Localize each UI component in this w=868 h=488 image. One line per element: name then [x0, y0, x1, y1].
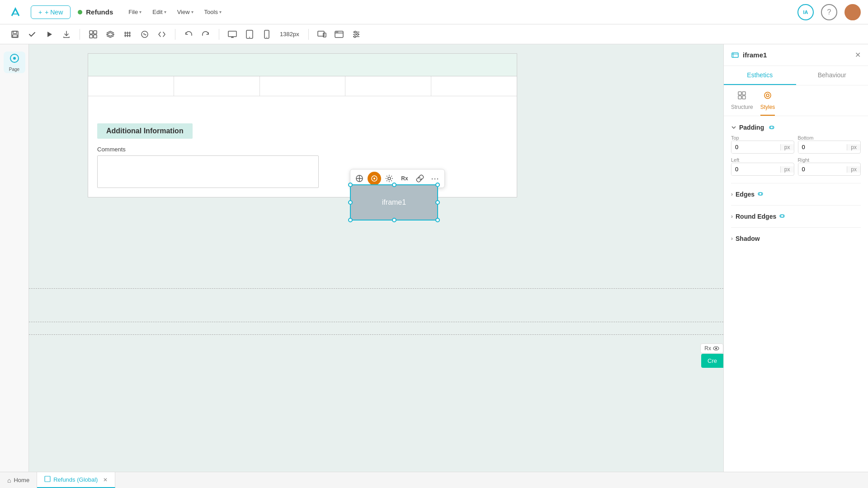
- tab-behaviour[interactable]: Behaviour: [796, 66, 868, 85]
- browser-button[interactable]: [331, 27, 347, 42]
- code-button[interactable]: [154, 27, 170, 42]
- rx-badge[interactable]: Rx: [700, 343, 723, 353]
- svg-rect-46: [738, 96, 741, 99]
- refunds-tab[interactable]: Refunds (Global) ✕: [37, 472, 115, 488]
- layers-button[interactable]: [103, 27, 118, 42]
- components-button[interactable]: [85, 27, 101, 42]
- resize-handle-tl[interactable]: [348, 183, 353, 187]
- styles-icon: [763, 91, 772, 102]
- svg-rect-45: [742, 92, 745, 95]
- main-area: Page Additional Information Comments: [0, 44, 868, 472]
- edges-header[interactable]: › Edges: [731, 187, 861, 202]
- styles-button[interactable]: [368, 172, 381, 185]
- resize-handle-tc[interactable]: [392, 183, 396, 187]
- page-header: [88, 54, 517, 76]
- bottom-bar: ⌂ Home Refunds (Global) ✕: [0, 472, 868, 488]
- settings-button[interactable]: [349, 27, 364, 42]
- svg-rect-16: [228, 31, 236, 37]
- resize-handle-bl[interactable]: [348, 218, 353, 222]
- status-dot: [78, 10, 82, 14]
- right-panel: iframe1 ✕ Esthetics Behaviour: [723, 44, 868, 472]
- help-button[interactable]: ?: [821, 4, 837, 20]
- panel-header: iframe1 ✕: [724, 44, 868, 66]
- svg-point-31: [354, 36, 356, 38]
- avatar[interactable]: [844, 4, 861, 20]
- shadow-label: Shadow: [736, 235, 760, 242]
- desktop-view-button[interactable]: [225, 27, 240, 42]
- data-button[interactable]: [120, 27, 135, 42]
- padding-top-group: Top px: [731, 135, 794, 154]
- menu-file[interactable]: File ▾: [124, 6, 146, 18]
- svg-rect-50: [45, 476, 50, 482]
- round-edges-label: Round Edges: [736, 213, 776, 220]
- undo-button[interactable]: [181, 27, 196, 42]
- export-button[interactable]: [59, 27, 74, 42]
- table-cell: [260, 76, 346, 96]
- chevron-right-icon: ›: [731, 213, 733, 220]
- position-button[interactable]: [352, 171, 367, 186]
- menu-view[interactable]: View ▾: [173, 6, 198, 18]
- padding-left-field: px: [731, 163, 794, 176]
- page-icon: [9, 53, 19, 66]
- svg-point-0: [849, 6, 856, 13]
- link-button[interactable]: [413, 171, 427, 186]
- iframe-widget[interactable]: iframe1: [350, 184, 438, 221]
- subtab-structure[interactable]: Structure: [731, 91, 753, 116]
- play-button[interactable]: [42, 27, 57, 42]
- table-cell: [431, 76, 517, 96]
- close-button[interactable]: ✕: [855, 51, 861, 59]
- logo[interactable]: [7, 4, 24, 20]
- svg-point-49: [766, 94, 769, 97]
- separator: [219, 29, 219, 40]
- svg-point-33: [13, 57, 16, 60]
- top-label: Top: [731, 135, 794, 141]
- plus-icon: +: [38, 9, 42, 16]
- rx-button[interactable]: Rx: [397, 171, 412, 186]
- tab-esthetics[interactable]: Esthetics: [724, 66, 796, 85]
- close-tab-button[interactable]: ✕: [103, 477, 108, 483]
- left-label: Left: [731, 157, 794, 163]
- home-tab[interactable]: ⌂ Home: [0, 472, 37, 488]
- resize-handle-br[interactable]: [435, 218, 440, 222]
- padding-right-group: Right px: [798, 157, 861, 176]
- redo-button[interactable]: [198, 27, 213, 42]
- sidebar-item-page[interactable]: Page: [4, 52, 25, 73]
- padding-bottom-input[interactable]: [798, 141, 847, 153]
- resize-handle-bc[interactable]: [392, 218, 396, 222]
- resize-handle-tr[interactable]: [435, 183, 440, 187]
- logic-button[interactable]: [137, 27, 152, 42]
- padding-top-input[interactable]: [731, 141, 780, 153]
- padding-bottom-field: px: [798, 141, 861, 154]
- padding-left-input[interactable]: [731, 163, 780, 175]
- menu-edit[interactable]: Edit ▾: [148, 6, 170, 18]
- project-name: Refunds: [78, 8, 113, 16]
- svg-rect-9: [94, 35, 97, 38]
- padding-right-input[interactable]: [798, 163, 847, 175]
- chevron-down-icon: ▾: [191, 9, 193, 14]
- new-button[interactable]: + + New: [31, 5, 71, 19]
- menu-tools[interactable]: Tools ▾: [200, 6, 226, 18]
- canvas-area[interactable]: Additional Information Comments: [29, 44, 723, 472]
- width-display: 1382px: [276, 31, 303, 38]
- save-button[interactable]: [7, 27, 23, 42]
- round-edges-header[interactable]: › Round Edges: [731, 209, 861, 224]
- menu-bar: File ▾ Edit ▾ View ▾ Tools ▾: [124, 6, 226, 18]
- svg-point-48: [764, 92, 771, 99]
- svg-point-1: [846, 13, 859, 20]
- collapse-icon[interactable]: [731, 125, 736, 130]
- check-button[interactable]: [24, 27, 40, 42]
- create-button[interactable]: Cre: [701, 354, 723, 368]
- shadow-header[interactable]: › Shadow: [731, 231, 861, 246]
- left-sidebar: Page: [0, 44, 29, 472]
- comments-textarea[interactable]: [97, 155, 319, 188]
- resize-handle-mr[interactable]: [435, 200, 440, 205]
- responsive-button[interactable]: [314, 27, 330, 42]
- ia-button[interactable]: IA: [797, 4, 814, 20]
- link-icon: [779, 213, 785, 220]
- round-edges-section: › Round Edges: [731, 205, 861, 224]
- tablet-view-button[interactable]: [242, 27, 257, 42]
- resize-handle-ml[interactable]: [348, 200, 353, 205]
- mobile-view-button[interactable]: [259, 27, 274, 42]
- svg-point-41: [715, 347, 717, 349]
- subtab-styles[interactable]: Styles: [760, 91, 775, 116]
